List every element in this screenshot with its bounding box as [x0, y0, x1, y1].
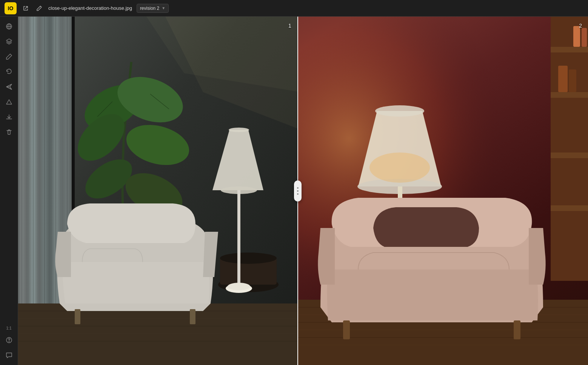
- svg-point-5: [9, 341, 9, 342]
- svg-point-38: [220, 253, 277, 264]
- svg-rect-57: [551, 92, 588, 98]
- svg-rect-73: [343, 320, 350, 339]
- svg-point-67: [375, 105, 424, 117]
- svg-rect-63: [569, 69, 576, 92]
- svg-rect-60: [573, 26, 580, 47]
- revision-dropdown[interactable]: revision 2 ▼: [137, 4, 169, 13]
- main-area: 1:1: [0, 17, 588, 365]
- svg-point-69: [369, 152, 430, 183]
- chevron-down-icon: ▼: [162, 6, 165, 10]
- sidebar-item-chat[interactable]: [2, 348, 16, 362]
- sidebar-item-globe[interactable]: [2, 20, 16, 33]
- topbar: IO close-up-elegant-decoration-house.jpg…: [0, 0, 588, 17]
- svg-rect-39: [75, 309, 80, 324]
- svg-point-41: [229, 128, 249, 132]
- comparison-container: 1: [18, 17, 588, 365]
- svg-rect-59: [551, 205, 588, 211]
- canvas-area: 1: [18, 17, 588, 365]
- edit-icon[interactable]: [35, 4, 44, 13]
- divider-dot-3: [297, 193, 299, 195]
- panel-right: 2: [298, 17, 588, 365]
- svg-rect-43: [237, 190, 240, 288]
- revision-label: revision 2: [140, 6, 159, 11]
- room-svg-left: [18, 17, 297, 365]
- svg-rect-61: [582, 28, 587, 47]
- external-link-icon[interactable]: [21, 4, 30, 13]
- svg-rect-74: [514, 320, 520, 339]
- panel-right-number: 2: [579, 23, 582, 29]
- svg-rect-40: [190, 309, 195, 324]
- svg-rect-56: [551, 47, 588, 52]
- svg-rect-55: [551, 17, 588, 281]
- sidebar-item-help[interactable]: [2, 333, 16, 347]
- zoom-label[interactable]: 1:1: [5, 325, 13, 332]
- logo-badge[interactable]: IO: [5, 2, 17, 14]
- room-svg-right: [298, 17, 588, 365]
- sidebar-item-trash[interactable]: [2, 125, 16, 139]
- svg-rect-62: [558, 66, 568, 92]
- sidebar-item-pen[interactable]: [2, 50, 16, 63]
- sidebar-item-triangle[interactable]: [2, 95, 16, 109]
- file-name[interactable]: close-up-elegant-decoration-house.jpg: [48, 5, 132, 11]
- comparison-divider[interactable]: [297, 17, 298, 365]
- panel-left-number: 1: [288, 23, 291, 29]
- sidebar-item-send[interactable]: [2, 80, 16, 94]
- panel-left: 1: [18, 17, 297, 365]
- sidebar-item-download[interactable]: [2, 110, 16, 124]
- sidebar-item-layers[interactable]: [2, 35, 16, 48]
- svg-point-45: [228, 283, 250, 290]
- divider-dot-1: [297, 187, 299, 189]
- svg-rect-58: [551, 152, 588, 158]
- divider-dot-2: [297, 190, 299, 192]
- sidebar: 1:1: [0, 17, 18, 365]
- sidebar-item-undo[interactable]: [2, 65, 16, 79]
- svg-rect-30: [18, 303, 297, 365]
- divider-handle[interactable]: [294, 180, 302, 202]
